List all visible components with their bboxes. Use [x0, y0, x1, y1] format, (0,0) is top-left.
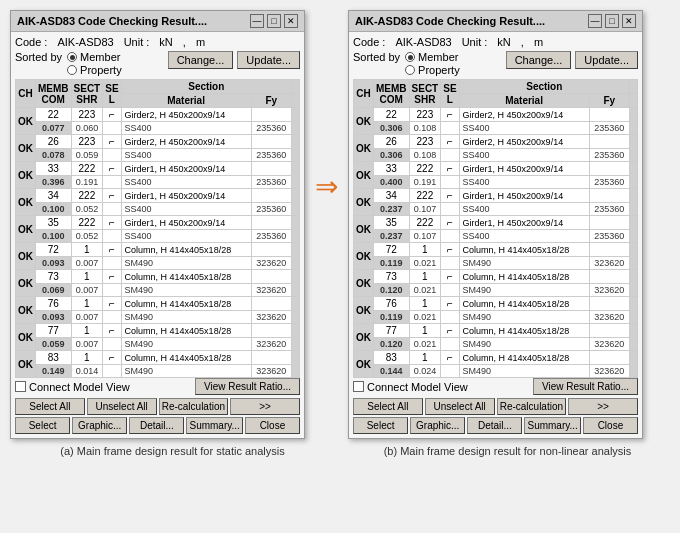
table-row[interactable]: 0.120 0.021 SM490 323620: [354, 338, 638, 351]
radio-property-b[interactable]: [405, 65, 415, 75]
sect-cell: 1: [71, 351, 103, 365]
minimize-btn-a[interactable]: —: [250, 14, 264, 28]
arrow-btn-b[interactable]: >>: [568, 398, 638, 415]
radio-member-b[interactable]: [405, 52, 415, 62]
ok-cell: OK: [16, 270, 36, 297]
radio-member-a[interactable]: [67, 52, 77, 62]
table-row[interactable]: 0.149 0.014 SM490 323620: [16, 365, 300, 378]
table-row[interactable]: 0.059 0.007 SM490 323620: [16, 338, 300, 351]
select-all-btn-b[interactable]: Select All: [353, 398, 423, 415]
table-row[interactable]: 0.077 0.060 SS400 235360: [16, 122, 300, 135]
connect-model-label-b[interactable]: Connect Model View: [353, 381, 468, 393]
table-row[interactable]: 0.237 0.107 SS400 235360: [354, 230, 638, 243]
change-btn-a[interactable]: Change...: [168, 51, 234, 69]
table-row[interactable]: OK 72 1 ⌐ Column, H 414x405x18/28: [354, 243, 638, 257]
section-name-cell: Girder2, H 450x200x9/14: [121, 108, 251, 122]
detail-btn-b[interactable]: Detail...: [467, 417, 522, 434]
table-row[interactable]: OK 77 1 ⌐ Column, H 414x405x18/28: [16, 324, 300, 338]
summary-btn-b[interactable]: Summary...: [524, 417, 580, 434]
restore-btn-b[interactable]: □: [605, 14, 619, 28]
table-row[interactable]: 0.237 0.107 SS400 235360: [354, 203, 638, 216]
unit-kn-a: kN: [159, 36, 172, 48]
table-row[interactable]: OK 76 1 ⌐ Column, H 414x405x18/28: [354, 297, 638, 311]
graphic-btn-a[interactable]: Graphic...: [72, 417, 127, 434]
minimize-btn-b[interactable]: —: [588, 14, 602, 28]
connect-model-checkbox-b[interactable]: [353, 381, 364, 392]
table-row[interactable]: 0.078 0.059 SS400 235360: [16, 149, 300, 162]
table-row[interactable]: 0.119 0.021 SM490 323620: [354, 257, 638, 270]
table-row[interactable]: OK 33 222 ⌐ Girder1, H 450x200x9/14: [16, 162, 300, 176]
graphic-btn-b[interactable]: Graphic...: [410, 417, 465, 434]
sect-cell: 1: [71, 297, 103, 311]
table-row[interactable]: OK 22 223 ⌐ Girder2, H 450x200x9/14: [16, 108, 300, 122]
radio-property-a[interactable]: [67, 65, 77, 75]
sort-property-option-b[interactable]: Property: [405, 64, 460, 76]
se-cell: ⌐: [103, 162, 121, 176]
unit-kn-b: kN: [497, 36, 510, 48]
table-row[interactable]: OK 35 222 ⌐ Girder1, H 450x200x9/14: [354, 216, 638, 230]
table-row[interactable]: 0.144 0.024 SM490 323620: [354, 365, 638, 378]
unselect-all-btn-a[interactable]: Unselect All: [87, 398, 157, 415]
sect-cell: 222: [71, 162, 103, 176]
se-cell: ⌐: [103, 108, 121, 122]
table-wrapper-b: CH MEMBCOM SECTSHR SEL Section Material …: [353, 79, 638, 378]
table-row[interactable]: 0.069 0.007 SM490 323620: [16, 284, 300, 297]
unselect-all-btn-b[interactable]: Unselect All: [425, 398, 495, 415]
table-row[interactable]: 0.120 0.021 SM490 323620: [354, 284, 638, 297]
table-row[interactable]: OK 72 1 ⌐ Column, H 414x405x18/28: [16, 243, 300, 257]
table-row[interactable]: 0.100 0.052 SS400 235360: [16, 203, 300, 216]
close-btn-a[interactable]: ✕: [284, 14, 298, 28]
table-row[interactable]: 0.306 0.108 SS400 235360: [354, 149, 638, 162]
table-row[interactable]: OK 77 1 ⌐ Column, H 414x405x18/28: [354, 324, 638, 338]
view-result-btn-a[interactable]: View Result Ratio...: [195, 378, 300, 395]
table-row[interactable]: OK 33 222 ⌐ Girder1, H 450x200x9/14: [354, 162, 638, 176]
connect-model-checkbox-a[interactable]: [15, 381, 26, 392]
table-row[interactable]: OK 73 1 ⌐ Column, H 414x405x18/28: [16, 270, 300, 284]
bottom-btns-a: Select All Unselect All Re-calculation >…: [15, 398, 300, 434]
table-row[interactable]: 0.100 0.052 SS400 235360: [16, 230, 300, 243]
connect-model-text-a: Connect Model View: [29, 381, 130, 393]
view-result-btn-b[interactable]: View Result Ratio...: [533, 378, 638, 395]
table-row[interactable]: 0.093 0.007 SM490 323620: [16, 311, 300, 324]
memb-cell: 83: [36, 351, 72, 365]
table-row[interactable]: 0.400 0.191 SS400 235360: [354, 176, 638, 189]
table-row[interactable]: OK 26 223 ⌐ Girder2, H 450x200x9/14: [354, 135, 638, 149]
recalculation-btn-b[interactable]: Re-calculation: [497, 398, 567, 415]
arrow-btn-a[interactable]: >>: [230, 398, 300, 415]
close-btn-b[interactable]: Close: [583, 417, 638, 434]
table-row[interactable]: OK 73 1 ⌐ Column, H 414x405x18/28: [354, 270, 638, 284]
detail-btn-a[interactable]: Detail...: [129, 417, 184, 434]
fy-cell: [251, 162, 291, 176]
sort-member-option-a[interactable]: Member: [67, 51, 122, 63]
sort-property-option-a[interactable]: Property: [67, 64, 122, 76]
table-row[interactable]: OK 83 1 ⌐ Column, H 414x405x18/28: [16, 351, 300, 365]
select-all-btn-a[interactable]: Select All: [15, 398, 85, 415]
update-btn-b[interactable]: Update...: [575, 51, 638, 69]
recalculation-btn-a[interactable]: Re-calculation: [159, 398, 229, 415]
table-row[interactable]: 0.093 0.007 SM490 323620: [16, 257, 300, 270]
close-btn-a[interactable]: Close: [245, 417, 300, 434]
table-row[interactable]: OK 76 1 ⌐ Column, H 414x405x18/28: [16, 297, 300, 311]
update-btn-a[interactable]: Update...: [237, 51, 300, 69]
table-row[interactable]: OK 35 222 ⌐ Girder1, H 450x200x9/14: [16, 216, 300, 230]
table-row[interactable]: OK 26 223 ⌐ Girder2, H 450x200x9/14: [16, 135, 300, 149]
table-row[interactable]: OK 83 1 ⌐ Column, H 414x405x18/28: [354, 351, 638, 365]
sort-member-option-b[interactable]: Member: [405, 51, 460, 63]
table-row[interactable]: 0.119 0.021 SM490 323620: [354, 311, 638, 324]
close-btn-b[interactable]: ✕: [622, 14, 636, 28]
restore-btn-a[interactable]: □: [267, 14, 281, 28]
connect-model-label-a[interactable]: Connect Model View: [15, 381, 130, 393]
se-cell: ⌐: [103, 351, 121, 365]
change-btn-b[interactable]: Change...: [506, 51, 572, 69]
col-header-fy-b: Fy: [589, 94, 629, 108]
table-row[interactable]: OK 34 222 ⌐ Girder1, H 450x200x9/14: [16, 189, 300, 203]
select-btn-b[interactable]: Select: [353, 417, 408, 434]
table-row[interactable]: 0.306 0.108 SS400 235360: [354, 122, 638, 135]
table-row[interactable]: OK 34 222 ⌐ Girder1, H 450x200x9/14: [354, 189, 638, 203]
table-row[interactable]: OK 22 223 ⌐ Girder2, H 450x200x9/14: [354, 108, 638, 122]
table-row[interactable]: 0.396 0.191 SS400 235360: [16, 176, 300, 189]
sort-buttons-b: Change... Update...: [506, 51, 638, 69]
results-table-b: CH MEMBCOM SECTSHR SEL Section Material …: [353, 79, 638, 378]
summary-btn-a[interactable]: Summary...: [186, 417, 242, 434]
select-btn-a[interactable]: Select: [15, 417, 70, 434]
